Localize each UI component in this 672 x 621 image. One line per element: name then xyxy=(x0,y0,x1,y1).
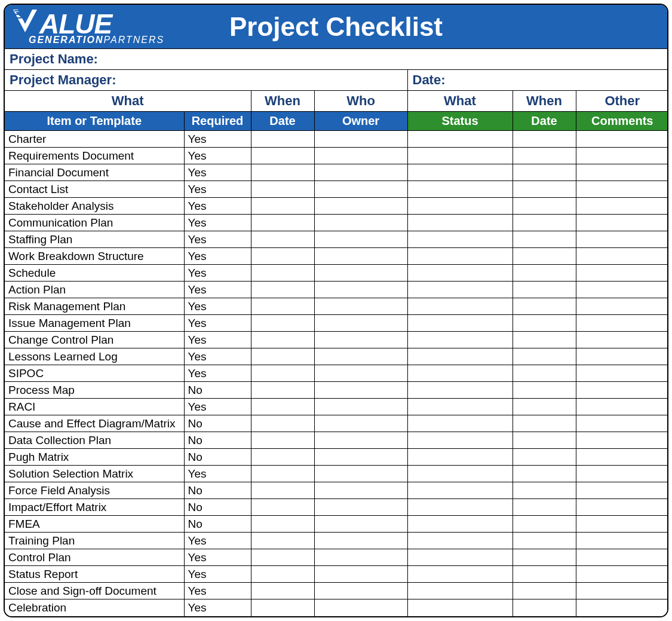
cell-required[interactable]: No xyxy=(184,382,251,399)
cell-status[interactable] xyxy=(407,198,513,215)
cell-date-2[interactable] xyxy=(513,181,576,198)
cell-date-1[interactable] xyxy=(251,164,314,181)
cell-owner[interactable] xyxy=(314,248,407,265)
cell-date-1[interactable] xyxy=(251,482,314,499)
cell-comments[interactable] xyxy=(576,399,668,415)
cell-date-2[interactable] xyxy=(513,348,576,365)
cell-item[interactable]: Issue Management Plan xyxy=(5,315,184,332)
cell-owner[interactable] xyxy=(314,164,407,181)
cell-required[interactable]: No xyxy=(184,516,251,533)
cell-comments[interactable] xyxy=(576,332,668,348)
cell-status[interactable] xyxy=(407,549,513,566)
cell-owner[interactable] xyxy=(314,131,407,148)
cell-owner[interactable] xyxy=(314,533,407,549)
cell-required[interactable]: Yes xyxy=(184,131,251,148)
cell-date-1[interactable] xyxy=(251,415,314,432)
cell-date-1[interactable] xyxy=(251,148,314,164)
cell-date-2[interactable] xyxy=(513,265,576,282)
cell-date-2[interactable] xyxy=(513,516,576,533)
cell-date-1[interactable] xyxy=(251,516,314,533)
cell-date-2[interactable] xyxy=(513,215,576,231)
cell-owner[interactable] xyxy=(314,549,407,566)
cell-date-2[interactable] xyxy=(513,566,576,583)
cell-comments[interactable] xyxy=(576,131,668,148)
cell-comments[interactable] xyxy=(576,382,668,399)
cell-status[interactable] xyxy=(407,215,513,231)
cell-required[interactable]: Yes xyxy=(184,315,251,332)
cell-item[interactable]: Change Control Plan xyxy=(5,332,184,348)
cell-date-1[interactable] xyxy=(251,566,314,583)
cell-date-1[interactable] xyxy=(251,466,314,482)
cell-owner[interactable] xyxy=(314,148,407,164)
cell-item[interactable]: FMEA xyxy=(5,516,184,533)
cell-date-2[interactable] xyxy=(513,315,576,332)
cell-item[interactable]: Work Breakdown Structure xyxy=(5,248,184,265)
cell-item[interactable]: Contact List xyxy=(5,181,184,198)
cell-required[interactable]: Yes xyxy=(184,164,251,181)
cell-item[interactable]: Control Plan xyxy=(5,549,184,566)
cell-item[interactable]: Risk Management Plan xyxy=(5,298,184,315)
cell-item[interactable]: Close and Sign-off Document xyxy=(5,583,184,599)
cell-date-2[interactable] xyxy=(513,365,576,382)
cell-required[interactable]: No xyxy=(184,449,251,466)
cell-required[interactable]: Yes xyxy=(184,181,251,198)
cell-comments[interactable] xyxy=(576,599,668,616)
cell-status[interactable] xyxy=(407,399,513,415)
cell-required[interactable]: No xyxy=(184,415,251,432)
cell-comments[interactable] xyxy=(576,164,668,181)
cell-comments[interactable] xyxy=(576,148,668,164)
cell-date-1[interactable] xyxy=(251,365,314,382)
cell-date-2[interactable] xyxy=(513,449,576,466)
cell-comments[interactable] xyxy=(576,282,668,298)
cell-required[interactable]: Yes xyxy=(184,365,251,382)
cell-status[interactable] xyxy=(407,466,513,482)
cell-item[interactable]: Status Report xyxy=(5,566,184,583)
cell-owner[interactable] xyxy=(314,382,407,399)
cell-item[interactable]: Impact/Effort Matrix xyxy=(5,499,184,516)
project-date-label[interactable]: Date: xyxy=(407,70,668,91)
cell-comments[interactable] xyxy=(576,432,668,449)
cell-comments[interactable] xyxy=(576,466,668,482)
cell-required[interactable]: Yes xyxy=(184,148,251,164)
cell-owner[interactable] xyxy=(314,265,407,282)
cell-item[interactable]: Cause and Effect Diagram/Matrix xyxy=(5,415,184,432)
cell-date-1[interactable] xyxy=(251,282,314,298)
cell-status[interactable] xyxy=(407,131,513,148)
cell-date-1[interactable] xyxy=(251,215,314,231)
cell-owner[interactable] xyxy=(314,432,407,449)
cell-status[interactable] xyxy=(407,516,513,533)
cell-date-1[interactable] xyxy=(251,432,314,449)
cell-status[interactable] xyxy=(407,583,513,599)
cell-item[interactable]: Force Field Analysis xyxy=(5,482,184,499)
cell-status[interactable] xyxy=(407,348,513,365)
cell-date-2[interactable] xyxy=(513,432,576,449)
cell-item[interactable]: Charter xyxy=(5,131,184,148)
cell-status[interactable] xyxy=(407,164,513,181)
cell-owner[interactable] xyxy=(314,365,407,382)
cell-comments[interactable] xyxy=(576,365,668,382)
cell-date-2[interactable] xyxy=(513,298,576,315)
cell-comments[interactable] xyxy=(576,549,668,566)
cell-item[interactable]: Data Collection Plan xyxy=(5,432,184,449)
cell-date-1[interactable] xyxy=(251,332,314,348)
cell-item[interactable]: Solution Selection Matrix xyxy=(5,466,184,482)
cell-status[interactable] xyxy=(407,282,513,298)
cell-owner[interactable] xyxy=(314,198,407,215)
cell-comments[interactable] xyxy=(576,499,668,516)
cell-date-1[interactable] xyxy=(251,499,314,516)
cell-status[interactable] xyxy=(407,315,513,332)
cell-date-2[interactable] xyxy=(513,198,576,215)
cell-date-1[interactable] xyxy=(251,181,314,198)
cell-date-1[interactable] xyxy=(251,382,314,399)
cell-owner[interactable] xyxy=(314,215,407,231)
cell-date-1[interactable] xyxy=(251,198,314,215)
cell-item[interactable]: Stakeholder Analysis xyxy=(5,198,184,215)
cell-item[interactable]: Staffing Plan xyxy=(5,231,184,248)
cell-comments[interactable] xyxy=(576,265,668,282)
cell-status[interactable] xyxy=(407,449,513,466)
cell-comments[interactable] xyxy=(576,482,668,499)
cell-date-2[interactable] xyxy=(513,164,576,181)
cell-date-1[interactable] xyxy=(251,248,314,265)
cell-item[interactable]: Communication Plan xyxy=(5,215,184,231)
cell-comments[interactable] xyxy=(576,516,668,533)
